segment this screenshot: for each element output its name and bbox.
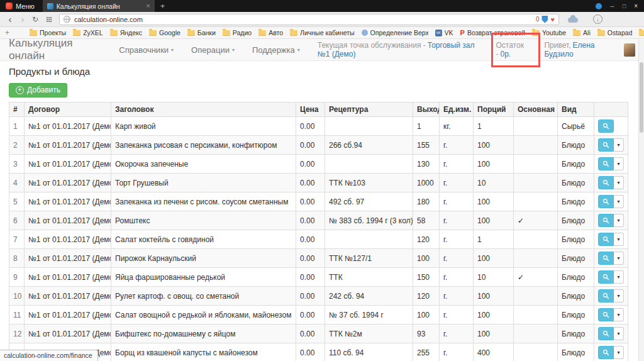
chevron-down-icon: ▾ bbox=[297, 47, 300, 53]
price-cell: 0.00 bbox=[296, 306, 325, 325]
row-dropdown-button[interactable]: ▾ bbox=[614, 289, 624, 303]
title-cell: Карп живой bbox=[111, 117, 296, 136]
heart-bookmark-icon[interactable]: ♥ bbox=[550, 16, 555, 23]
menu-operacii[interactable]: Операции ▾ bbox=[191, 45, 235, 55]
folder-icon bbox=[573, 30, 580, 36]
menu-spravochniki[interactable]: Справочники ▾ bbox=[119, 45, 174, 55]
vertical-scrollbar[interactable] bbox=[638, 40, 644, 361]
price-cell: 0.00 bbox=[296, 211, 325, 230]
new-tab-button[interactable]: + bbox=[155, 1, 171, 11]
add-bookmark-icon[interactable]: + bbox=[5, 28, 9, 37]
yield-cell: 1 bbox=[413, 117, 440, 136]
row-dropdown-button[interactable]: ▾ bbox=[614, 233, 624, 246]
bookmark-item[interactable]: Google bbox=[149, 29, 180, 36]
menu-podderzhka[interactable]: Поддержка ▾ bbox=[252, 45, 300, 55]
back-button[interactable]: ‹ bbox=[4, 12, 16, 27]
row-dropdown-button[interactable]: ▾ bbox=[614, 346, 624, 359]
view-button[interactable] bbox=[598, 119, 614, 133]
bookmark-item[interactable]: Проекты bbox=[30, 29, 66, 36]
view-button[interactable] bbox=[598, 289, 614, 303]
maximize-button[interactable]: □ bbox=[623, 3, 626, 9]
portions-cell: 100 bbox=[474, 249, 514, 268]
menu-label: Справочники bbox=[119, 45, 169, 55]
row-dropdown-button[interactable]: ▾ bbox=[614, 270, 624, 284]
scrollbar-thumb[interactable] bbox=[640, 62, 643, 133]
cloud-sync-icon[interactable] bbox=[568, 18, 578, 23]
browser-tab[interactable]: Калькуляция онлайн × bbox=[43, 0, 155, 12]
bookmark-item[interactable]: PВозврат страховой п bbox=[460, 29, 525, 36]
menu-label: Поддержка bbox=[252, 45, 295, 55]
page-title: Продукты и блюда bbox=[9, 66, 644, 77]
site-header-right: Текущая точка обслуживания -Торговый зал… bbox=[318, 41, 635, 58]
speed-dial-icon[interactable] bbox=[47, 17, 48, 18]
reload-button[interactable]: ↻ bbox=[29, 12, 42, 27]
column-header: Рецептура bbox=[325, 103, 413, 117]
view-button[interactable] bbox=[598, 214, 614, 227]
row-dropdown-button[interactable]: ▾ bbox=[614, 252, 624, 265]
price-cell: 0.00 bbox=[296, 155, 325, 174]
bookmark-label: Определение Верхо bbox=[370, 29, 428, 36]
row-dropdown-button[interactable]: ▾ bbox=[614, 138, 624, 152]
actions-cell: ▾ bbox=[594, 249, 628, 268]
bookmark-item[interactable]: VKVK bbox=[435, 29, 453, 36]
forward-button[interactable]: › bbox=[16, 12, 29, 27]
view-button[interactable] bbox=[598, 195, 614, 208]
site-brand[interactable]: Калькуляция онлайн bbox=[9, 37, 97, 62]
url-text[interactable]: calculation-online.com bbox=[74, 16, 143, 23]
main-flag-cell bbox=[514, 174, 558, 192]
row-dropdown-button[interactable]: ▾ bbox=[614, 157, 624, 170]
view-button[interactable] bbox=[598, 176, 614, 189]
view-button[interactable] bbox=[598, 327, 614, 340]
recipe-cell: № 37 сб. 1994 г bbox=[325, 306, 413, 325]
bookmark-item[interactable]: ixi bbox=[639, 29, 644, 36]
tab-close-icon[interactable]: × bbox=[146, 3, 150, 9]
browser-menu-button[interactable]: Меню bbox=[0, 0, 40, 12]
bookmark-item[interactable]: ZyXEL bbox=[73, 29, 103, 36]
bookmark-item[interactable]: Личные кабинеты bbox=[290, 29, 355, 36]
recipe-cell bbox=[325, 230, 413, 249]
view-button[interactable] bbox=[598, 138, 614, 152]
balance-link[interactable]: 0р. bbox=[501, 50, 511, 58]
minimize-button[interactable]: ─ bbox=[610, 3, 614, 9]
bookmark-item[interactable]: Радио bbox=[223, 29, 252, 36]
row-dropdown-button[interactable]: ▾ bbox=[614, 176, 624, 189]
view-button[interactable] bbox=[598, 157, 614, 170]
bookmark-item[interactable]: Яндекс bbox=[110, 29, 142, 36]
tab-title: Калькуляция онлайн bbox=[57, 3, 143, 10]
user-avatar[interactable] bbox=[624, 43, 635, 57]
magnifier-icon bbox=[602, 274, 609, 280]
main-flag-cell bbox=[514, 117, 558, 136]
view-button[interactable] bbox=[598, 346, 614, 359]
view-button[interactable] bbox=[598, 233, 614, 246]
bookmark-item[interactable]: Определение Верхо bbox=[362, 29, 428, 36]
close-button[interactable]: × bbox=[634, 3, 638, 9]
bookmark-item[interactable]: Youtube bbox=[532, 29, 566, 36]
portions-cell: 10 bbox=[474, 174, 514, 192]
bookmark-item[interactable]: Авто bbox=[258, 29, 283, 36]
table-row: 4№1 от 01.01.2017 (Демо)Торт Грушевый0.0… bbox=[9, 174, 628, 192]
title-cell: Яйца фаршированные редькой bbox=[111, 268, 296, 287]
add-button[interactable]: + Добавить bbox=[9, 83, 67, 97]
row-dropdown-button[interactable]: ▾ bbox=[614, 327, 624, 340]
shield-icon[interactable] bbox=[541, 16, 548, 23]
row-dropdown-button[interactable]: ▾ bbox=[614, 214, 624, 227]
recipe-cell: 242 сб. 94 bbox=[325, 287, 413, 306]
plus-icon: + bbox=[16, 86, 24, 94]
address-bar[interactable]: calculation-online.com 0 ♥ bbox=[59, 14, 559, 25]
downloads-icon[interactable]: ↓ bbox=[593, 14, 602, 24]
row-dropdown-button[interactable]: ▾ bbox=[614, 308, 624, 321]
bookmark-item[interactable]: Ali bbox=[573, 29, 591, 36]
view-button[interactable] bbox=[598, 252, 614, 265]
magnifier-icon bbox=[602, 160, 609, 167]
view-button[interactable] bbox=[598, 270, 614, 284]
price-cell: 0.00 bbox=[296, 287, 325, 306]
p-red-icon: P bbox=[460, 30, 465, 36]
browser-update-icon[interactable] bbox=[596, 3, 602, 9]
recipe-cell: № 383 сб. 1994 г (3 кол) bbox=[325, 211, 413, 230]
view-button[interactable] bbox=[598, 308, 614, 321]
title-cell: Запеканка рисовая с персиками, конфитюро… bbox=[111, 136, 296, 155]
recipe-cell: 110 сб. 94 bbox=[325, 343, 413, 361]
bookmark-item[interactable]: Банки bbox=[187, 29, 216, 36]
row-dropdown-button[interactable]: ▾ bbox=[614, 195, 624, 208]
bookmark-item[interactable]: Ostapad bbox=[597, 29, 633, 36]
